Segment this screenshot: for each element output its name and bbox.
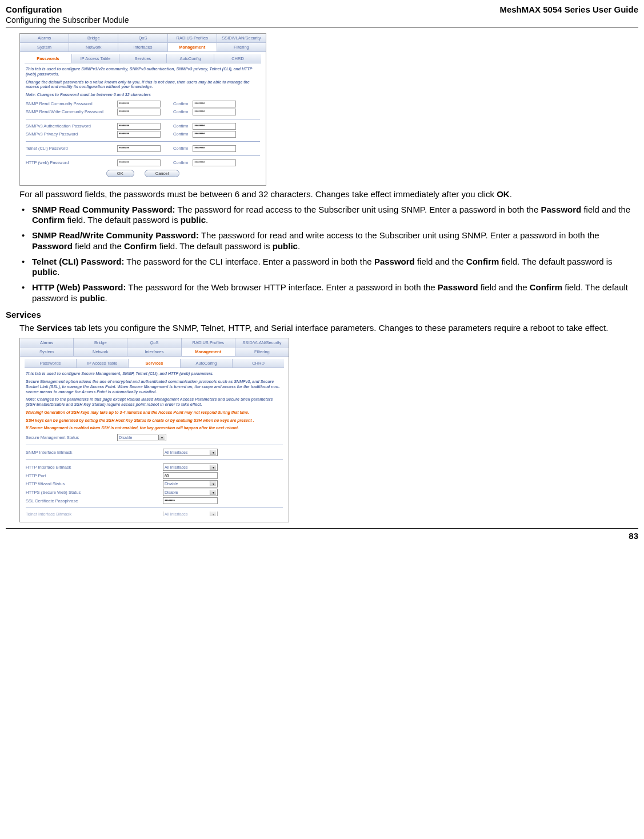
tab-interfaces[interactable]: Interfaces xyxy=(118,43,167,52)
tabs-sub: PasswordsIP Access TableServicesAutoConf… xyxy=(25,54,261,63)
tabs-sub: PasswordsIP Access TableServicesAutoConf… xyxy=(25,359,284,368)
tab-system[interactable]: System xyxy=(20,347,74,357)
header-title-left: Configuration xyxy=(6,5,62,14)
tab-autoconfig[interactable]: AutoConfig xyxy=(167,54,214,63)
tab-filtering[interactable]: Filtering xyxy=(217,43,266,52)
header-subtitle: Configuring the Subscriber Module xyxy=(6,15,638,25)
password-input[interactable] xyxy=(117,101,161,107)
field-secure-mgmt: Secure Management Status Disable xyxy=(26,434,283,441)
tab-qos[interactable]: QoS xyxy=(127,338,181,347)
warn-text: Warning! Generation of SSH keys may take… xyxy=(26,410,283,415)
telnet-bitmask-select[interactable]: All Interfaces xyxy=(163,512,218,516)
password-row: HTTP (web) PasswordConfirm xyxy=(26,159,260,166)
confirm-input[interactable] xyxy=(193,159,236,166)
password-row: SNMP Read/Write Community PasswordConfir… xyxy=(26,109,260,115)
select[interactable]: All Interfaces xyxy=(163,464,218,471)
field-telnet-bitmask: Telnet Interface Bitmask All Interfaces xyxy=(26,512,283,516)
tab-passwords[interactable]: Passwords xyxy=(25,359,77,368)
page-header: Configuration MeshMAX 5054 Series User G… xyxy=(6,5,638,14)
password-row: SNMP Read Community PasswordConfirm xyxy=(26,101,260,107)
field-https-secure-web-status: HTTPS (Secure Web) StatusDisable xyxy=(26,489,283,496)
tab-alarms[interactable]: Alarms xyxy=(20,34,69,43)
tab-ssid-vlan-security[interactable]: SSID/VLAN/Security xyxy=(217,34,266,43)
password-input[interactable] xyxy=(117,109,161,115)
tab-passwords[interactable]: Passwords xyxy=(25,54,72,63)
snmp-bitmask-select[interactable]: All Interfaces xyxy=(163,449,218,456)
header-title-right: MeshMAX 5054 Series User Guide xyxy=(499,5,638,14)
field-http-wizard-status: HTTP Wizard StatusDisable xyxy=(26,480,283,488)
tab-services[interactable]: Services xyxy=(119,54,167,63)
desc-text: Note: Changes to the parameters in this … xyxy=(26,397,283,407)
tabs-mid: SystemNetworkInterfacesManagementFilteri… xyxy=(20,43,266,52)
password-row: SNMPv3 Authentication PasswordConfirm xyxy=(26,123,260,130)
password-row: Telnet (CLI) PasswordConfirm xyxy=(26,145,260,152)
section-heading-services: Services xyxy=(6,310,638,319)
tab-ssid-vlan-security[interactable]: SSID/VLAN/Security xyxy=(235,338,289,347)
confirm-input[interactable] xyxy=(193,109,236,115)
list-item: Telnet (CLI) Password: The password for … xyxy=(19,257,638,278)
confirm-input[interactable] xyxy=(193,131,236,138)
password-input[interactable] xyxy=(117,159,161,166)
screenshot-services: AlarmsBridgeQoSRADIUS ProfilesSSID/VLAN/… xyxy=(19,338,289,522)
tab-management[interactable]: Management xyxy=(168,43,217,52)
field-http-interface-bitmask: HTTP Interface BitmaskAll Interfaces xyxy=(26,464,283,471)
desc-text: This tab is used to configure Secure Man… xyxy=(26,371,283,377)
tab-ip-access-table[interactable]: IP Access Table xyxy=(72,54,119,63)
tabs-mid: SystemNetworkInterfacesManagementFilteri… xyxy=(20,347,289,357)
warn-text: If Secure Management is enabled when SSH… xyxy=(26,426,283,431)
list-item: HTTP (Web) Password: The password for th… xyxy=(19,282,638,304)
tabs-top: AlarmsBridgeQoSRADIUS ProfilesSSID/VLAN/… xyxy=(20,34,266,43)
tab-filtering[interactable]: Filtering xyxy=(235,347,289,357)
confirm-input[interactable] xyxy=(193,145,236,152)
tab-qos[interactable]: QoS xyxy=(118,34,167,43)
confirm-input[interactable] xyxy=(193,123,236,130)
tab-services[interactable]: Services xyxy=(129,359,181,368)
page-footer: 83 xyxy=(6,528,638,541)
field-http-port: HTTP Port xyxy=(26,472,283,479)
field-ssl-certificate-passphrase: SSL Certificate Passphrase xyxy=(26,497,283,504)
password-row: SNMPv3 Privacy PasswordConfirm xyxy=(26,131,260,138)
tab-management[interactable]: Management xyxy=(182,347,235,357)
confirm-input[interactable] xyxy=(193,101,236,107)
ok-button[interactable]: OK xyxy=(106,170,134,177)
tab-radius-profiles[interactable]: RADIUS Profiles xyxy=(168,34,217,43)
header-rule xyxy=(6,27,638,27)
tab-network[interactable]: Network xyxy=(69,43,118,52)
desc-text: Note: Changes to Password must be betwee… xyxy=(26,93,260,98)
tab-ip-access-table[interactable]: IP Access Table xyxy=(77,359,129,368)
select[interactable]: Disable xyxy=(163,489,218,496)
tab-radius-profiles[interactable]: RADIUS Profiles xyxy=(182,338,235,347)
secure-mgmt-select[interactable]: Disable xyxy=(117,434,166,441)
cancel-button[interactable]: Cancel xyxy=(145,170,179,177)
text-input[interactable] xyxy=(163,472,218,479)
warn-text: SSH keys can be generated by setting the… xyxy=(26,418,283,424)
text-input[interactable] xyxy=(163,497,218,504)
desc-text: Change the default passwords to a value … xyxy=(26,80,260,90)
tabs-top: AlarmsBridgeQoSRADIUS ProfilesSSID/VLAN/… xyxy=(20,338,289,347)
password-input[interactable] xyxy=(117,123,161,130)
list-item: SNMP Read/Write Community Password: The … xyxy=(19,230,638,252)
page-number: 83 xyxy=(629,531,638,541)
screenshot-passwords: AlarmsBridgeQoSRADIUS ProfilesSSID/VLAN/… xyxy=(19,33,266,186)
field-snmp-bitmask: SNMP Interface Bitmask All Interfaces xyxy=(26,449,283,456)
desc-text: Secure Management option allows the use … xyxy=(26,379,283,394)
tab-alarms[interactable]: Alarms xyxy=(20,338,74,347)
tab-chrd[interactable]: CHRD xyxy=(214,54,261,63)
tab-bridge[interactable]: Bridge xyxy=(69,34,118,43)
paragraph: The Services tab lets you configure the … xyxy=(19,323,638,334)
list-item: SNMP Read Community Password: The passwo… xyxy=(19,205,638,226)
password-input[interactable] xyxy=(117,131,161,138)
tab-autoconfig[interactable]: AutoConfig xyxy=(181,359,233,368)
password-input[interactable] xyxy=(117,145,161,152)
tab-chrd[interactable]: CHRD xyxy=(233,359,284,368)
tab-bridge[interactable]: Bridge xyxy=(74,338,127,347)
tab-network[interactable]: Network xyxy=(74,347,127,357)
tab-system[interactable]: System xyxy=(20,43,69,52)
desc-text: This tab is used to configure SNMPv1/v2c… xyxy=(26,67,260,77)
select[interactable]: Disable xyxy=(163,480,218,488)
paragraph: For all password fields, the passwords m… xyxy=(19,189,638,200)
tab-interfaces[interactable]: Interfaces xyxy=(127,347,181,357)
bullet-list: SNMP Read Community Password: The passwo… xyxy=(19,205,638,304)
